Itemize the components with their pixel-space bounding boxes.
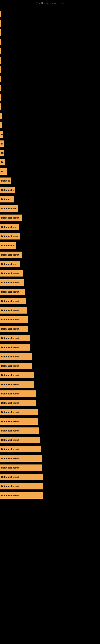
bar-row: Bottleneck result: [0, 334, 100, 342]
bar-label: Bottleneck res: [1, 207, 16, 210]
bar-row: Bottleneck res: [0, 222, 100, 232]
bar-label: Bottleneck result: [1, 392, 19, 395]
bar: Bottleneck result: [0, 316, 28, 323]
bar: B: [0, 140, 3, 147]
bar: [0, 122, 2, 128]
bar-row: Bottleneck result: [0, 250, 100, 259]
bar: Bottleneck result: [0, 214, 22, 221]
bar: [0, 11, 1, 17]
bar-row: Bottleneck r: [0, 186, 100, 194]
bar: [0, 66, 1, 73]
bar-row: Bo: [0, 167, 100, 176]
bar-label: Bottleneck res: [1, 263, 16, 265]
bar: Bottleneck result: [0, 354, 32, 360]
bar-label: Bottleneck result: [1, 318, 19, 321]
bar-row: B: [0, 130, 100, 139]
bar: Bottleneck result: [0, 307, 27, 314]
bar-row: B: [0, 139, 100, 148]
bar: Bottleneck result: [0, 474, 43, 480]
bar-row: Bottleneck result: [0, 324, 100, 333]
bar-row: Bottleneck result: [0, 371, 100, 380]
bar: Bottleneck result: [0, 344, 30, 350]
bar-row: [0, 65, 100, 74]
bar-label: Bottleneck result: [1, 374, 19, 376]
bar: Bottleneck resu: [0, 233, 20, 240]
bar: [0, 85, 1, 91]
site-header: TheBottlenecker.com: [0, 0, 100, 6]
bar-label: Bottleneck result: [1, 485, 19, 488]
bar: Bottleneck result: [0, 409, 38, 416]
bar: [0, 20, 1, 26]
bar-label: Bottleneck result: [1, 439, 19, 441]
site-title: TheBottlenecker.com: [0, 0, 100, 6]
bar: [0, 76, 1, 82]
bar: Bottleneck result: [0, 270, 23, 276]
bar: Bottleneck result: [0, 372, 34, 378]
bar-label: Bottleneck result: [1, 383, 19, 386]
bar-label: Bottleneck result: [1, 356, 19, 358]
bar-row: Bottleneck result: [0, 269, 100, 278]
bar-label: Bottleneck result: [1, 216, 19, 219]
bar: [0, 104, 1, 110]
bar-row: Bottlenec: [0, 195, 100, 204]
bar-row: Bottleneck result: [0, 288, 100, 296]
bar-row: Bottleneck result: [0, 398, 100, 407]
bar: Bottleneck r: [0, 242, 16, 249]
bar-label: Bo: [1, 170, 4, 173]
bar: Bottleneck result: [0, 326, 28, 332]
bar: Bottleneck result: [0, 298, 26, 304]
bar-label: B: [1, 133, 3, 136]
bar: Bottleneck result: [0, 390, 36, 397]
bar: [0, 48, 1, 54]
bar-row: [0, 102, 100, 111]
bar: Bottleneck result: [0, 418, 38, 425]
bar-row: Bottleneck result: [0, 278, 100, 287]
bar-label: Bottleneck result: [1, 309, 19, 312]
bar-label: Bottleneck r: [1, 189, 14, 191]
bar: Bottleneck result: [0, 437, 40, 443]
bar-row: [0, 84, 100, 92]
bar-label: Bottleneck result: [1, 281, 19, 284]
bar-row: Bottleneck result: [0, 491, 100, 500]
bar-label: Bottleneck r: [1, 244, 14, 247]
bar-label: Bottlenec: [1, 198, 11, 200]
bar-row: [0, 28, 100, 37]
bar-label: Bo: [1, 161, 4, 164]
bar-label: Bottleneck result: [1, 494, 19, 497]
bar: Bottleneck result: [0, 252, 22, 258]
bar-label: Bottleneck result: [1, 411, 19, 413]
bar: Bottleneck res: [0, 205, 18, 212]
bar: Bottlenec: [0, 196, 14, 202]
bar-row: [0, 121, 100, 130]
bar: Bo: [0, 159, 5, 166]
bar-row: [0, 38, 100, 46]
bar-row: [0, 10, 100, 18]
bar-row: Bottleneck result: [0, 213, 100, 222]
bar-label: Bottleneck result: [1, 328, 19, 330]
bar: [0, 113, 1, 119]
bar: Bo: [0, 150, 4, 156]
bar-row: Bo: [0, 148, 100, 158]
bar: Bottleneck res: [0, 261, 20, 267]
bar-label: Bottleneck result: [1, 300, 19, 302]
bar-label: Bottleneck result: [1, 476, 19, 478]
bar: Bottleneck result: [0, 455, 42, 462]
bar-label: Bottleneck result: [1, 272, 19, 274]
bar: Bottleneck result: [0, 335, 30, 341]
bar-row: Bo: [0, 158, 100, 167]
bar-row: Bottleneck result: [0, 389, 100, 398]
bar: B: [0, 131, 3, 138]
bar: Bottleneck result: [0, 464, 42, 471]
bar-row: Bottleneck result: [0, 306, 100, 315]
bar-label: Bottlene: [1, 180, 10, 182]
bars-container: BBBoBoBoBottleneBottleneck rBottlenecBot…: [0, 6, 100, 500]
bar-label: Bottleneck result: [1, 402, 19, 404]
bar: Bottlene: [0, 178, 11, 184]
bar: Bottleneck result: [0, 492, 43, 499]
bar: [0, 94, 1, 100]
bar-row: Bottleneck result: [0, 454, 100, 463]
bar-row: Bottleneck resu: [0, 232, 100, 241]
bar-row: Bottleneck result: [0, 417, 100, 426]
bar-row: Bottleneck result: [0, 343, 100, 352]
bar-row: Bottleneck result: [0, 352, 100, 361]
